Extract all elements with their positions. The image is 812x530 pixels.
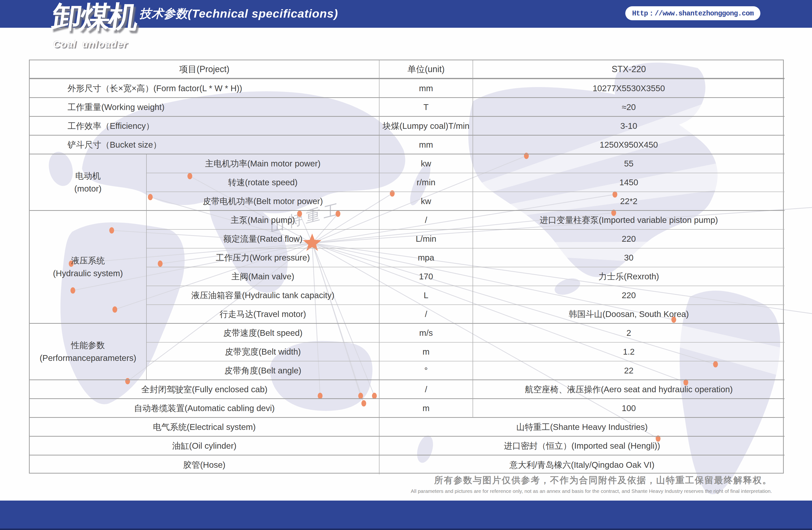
logo-chinese: 卸煤机 [50, 2, 139, 31]
row-value: 220 [473, 286, 784, 305]
row-unit: ° [379, 361, 473, 380]
row-label: 主泵(Main pump) [147, 211, 379, 230]
row-value-merged: 进口密封（恒立）(Imported seal (Hengli)) [379, 436, 784, 456]
column-header-project: 项目(Project) [30, 60, 379, 79]
row-label: 液压油箱容量(Hydraulic tank capacity) [147, 286, 379, 305]
row-value: 2 [473, 324, 784, 343]
row-unit: m [379, 399, 473, 418]
row-unit: 块煤(Lumpy coal)T/min [379, 117, 473, 135]
row-label: 工作效率（Efficiency） [30, 117, 379, 135]
row-label: 胶管(Hose) [30, 456, 379, 474]
row-unit: / [379, 305, 473, 324]
disclaimer-chinese: 所有参数与图片仅供参考，不作为合同附件及依据，山特重工保留最终解释权。 [411, 474, 772, 486]
row-label: 额定流量(Rated flow) [147, 230, 379, 248]
group-label-motor: 电动机(motor) [30, 154, 147, 211]
row-label: 行走马达(Travel motor) [147, 305, 379, 324]
row-label: 皮带速度(Belt speed) [147, 324, 379, 343]
row-value: 100 [473, 399, 784, 418]
row-label: 转速(rotate speed) [147, 173, 379, 192]
row-value: 1250X950X450 [473, 135, 784, 154]
row-unit: L/min [379, 230, 473, 248]
row-unit: kw [379, 192, 473, 211]
row-unit: 170 [379, 267, 473, 286]
row-value: 55 [473, 154, 784, 173]
disclaimer-english: All parameters and pictures are for refe… [411, 488, 772, 494]
column-header-model: STX-220 [473, 60, 784, 79]
row-unit: mpa [379, 248, 473, 267]
row-value: 进口变量柱赛泵(Imported variable piston pump) [473, 211, 784, 230]
page-title: 技术参数(Technical specifications) [140, 0, 338, 28]
row-unit: m/s [379, 324, 473, 343]
row-label: 电气系统(Electrical system) [30, 418, 379, 436]
row-value-merged: 意大利/青岛橡六(Italy/Qingdao Oak VI) [379, 456, 784, 474]
row-value: 航空座椅、液压操作(Aero seat and hydraulic operat… [473, 380, 784, 399]
row-value: 22 [473, 361, 784, 380]
row-unit: mm [379, 79, 473, 98]
row-unit: / [379, 211, 473, 230]
row-value: 1.2 [473, 343, 784, 361]
row-value: ≈20 [473, 98, 784, 117]
row-value: 10277X5530X3550 [473, 79, 784, 98]
website-url: Http：//www.shantezhonggong.com [632, 9, 754, 18]
row-label: 工作压力(Work pressure) [147, 248, 379, 267]
row-value: 30 [473, 248, 784, 267]
row-label: 皮带电机功率(Belt motor power) [147, 192, 379, 211]
bottom-edge-strip [0, 529, 812, 530]
row-label: 皮带宽度(Belt width) [147, 343, 379, 361]
group-label-hydraulic: 液压系统(Hydraulic system) [30, 211, 147, 324]
row-label: 外形尺寸（长×宽×高）(Form factor(L * W * H)) [30, 79, 379, 98]
row-label: 铲斗尺寸（Bucket size） [30, 135, 379, 154]
row-value: 力士乐(Rexroth) [473, 267, 784, 286]
row-unit: mm [379, 135, 473, 154]
logo-english: Coal unloader [53, 39, 128, 50]
row-label: 全封闭驾驶室(Fully enclosed cab) [30, 380, 379, 399]
row-unit: m [379, 343, 473, 361]
row-label: 主电机功率(Main motor power) [147, 154, 379, 173]
row-value-merged: 山特重工(Shante Heavy Industries) [379, 418, 784, 436]
row-unit: L [379, 286, 473, 305]
bottom-banner [0, 501, 812, 530]
row-unit: / [379, 380, 473, 399]
row-value: 1450 [473, 173, 784, 192]
website-pill[interactable]: Http：//www.shantezhonggong.com [625, 6, 760, 20]
row-unit: T [379, 98, 473, 117]
spec-table: 项目(Project) 单位(unit) STX-220 外形尺寸（长×宽×高）… [29, 60, 784, 474]
group-label-performance: 性能参数(Performanceparameters) [30, 324, 147, 380]
row-label: 皮带角度(Belt angle) [147, 361, 379, 380]
row-value: 3-10 [473, 117, 784, 135]
row-unit: r/min [379, 173, 473, 192]
row-label: 油缸(Oil cylinder) [30, 436, 379, 456]
column-header-unit: 单位(unit) [379, 60, 473, 79]
row-unit: kw [379, 154, 473, 173]
disclaimer: 所有参数与图片仅供参考，不作为合同附件及依据，山特重工保留最终解释权。 All … [411, 474, 772, 494]
row-label: 自动卷缆装置(Automatic cabling devi) [30, 399, 379, 418]
row-label: 主阀(Main valve) [147, 267, 379, 286]
row-value: 22*2 [473, 192, 784, 211]
row-label: 工作重量(Working weight) [30, 98, 379, 117]
row-value: 220 [473, 230, 784, 248]
row-value: 韩国斗山(Doosan, South Korea) [473, 305, 784, 324]
